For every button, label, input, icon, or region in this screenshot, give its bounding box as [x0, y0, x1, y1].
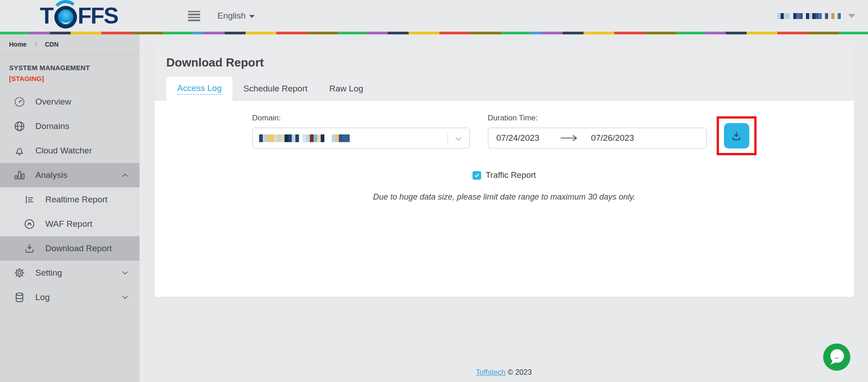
- hamburger-menu-icon[interactable]: [188, 11, 200, 21]
- toffs-logo[interactable]: T FFS: [40, 3, 118, 29]
- duration-field-group: Duration Time: 07/24/2023 07/26/2023: [488, 114, 707, 148]
- report-form: Domain: Duration Time: 07/24/2023: [154, 114, 854, 155]
- card-body: Domain: Duration Time: 07/24/2023: [154, 101, 854, 202]
- breadcrumb-cdn[interactable]: CDN: [45, 41, 58, 48]
- page-title: Download Report: [166, 56, 842, 70]
- traffic-report-row: Traffic Report: [154, 170, 854, 180]
- section-title: SYSTEM MANAGEMENT: [9, 64, 130, 72]
- sidebar: Home CDN SYSTEM MANAGEMENT [STAGING] Ove…: [0, 34, 140, 382]
- sidebar-item-download-report[interactable]: Download Report: [0, 236, 140, 261]
- select-chevron-down-icon: [453, 134, 463, 146]
- sidebar-item-cloud-watcher[interactable]: Cloud Watcher: [0, 138, 140, 163]
- tab-schedule-report[interactable]: Schedule Report: [232, 76, 318, 101]
- main-content: Download Report Access Log Schedule Repo…: [140, 34, 868, 382]
- chevron-down-icon: [121, 293, 130, 302]
- gauge-icon: [14, 96, 25, 108]
- redacted-user-email: [774, 13, 841, 19]
- arrow-right-icon: [560, 135, 578, 141]
- app-root: T FFS English Home CDN SYSTEM MANAGEMENT: [0, 0, 868, 382]
- footer-copyright: © 2023: [507, 368, 531, 376]
- download-button-area: [717, 116, 757, 155]
- tab-access-log[interactable]: Access Log: [166, 76, 232, 101]
- sidebar-item-label: WAF Report: [45, 219, 92, 229]
- sidebar-item-label: Overview: [35, 97, 71, 107]
- download-icon: [731, 130, 742, 142]
- download-icon: [24, 243, 35, 254]
- sidebar-item-analysis[interactable]: Analysis: [0, 163, 140, 187]
- gear-icon: [14, 267, 25, 279]
- footer-link-toffstech[interactable]: Toffstech: [476, 368, 506, 376]
- sidebar-item-setting[interactable]: Setting: [0, 261, 140, 285]
- date-to: 07/26/2023: [591, 133, 634, 143]
- sidebar-item-realtime-report[interactable]: Realtime Report: [0, 187, 140, 212]
- date-range-input[interactable]: 07/24/2023 07/26/2023: [488, 128, 707, 148]
- toffs-lens-icon: [54, 6, 77, 29]
- domain-field-group: Domain:: [252, 114, 470, 148]
- sidebar-item-label: Log: [35, 292, 50, 302]
- redacted-domain-value: [259, 134, 350, 142]
- traffic-report-label[interactable]: Traffic Report: [486, 170, 536, 180]
- logo-text-right: FFS: [78, 3, 118, 29]
- bar-chart-icon: [14, 169, 25, 181]
- domain-select[interactable]: [252, 128, 470, 148]
- sidebar-item-label: Cloud Watcher: [35, 146, 92, 156]
- top-header: T FFS English: [0, 0, 868, 32]
- select-divider: [448, 132, 448, 144]
- sidebar-item-label: Analysis: [35, 170, 68, 180]
- footer: Toffstech © 2023: [140, 368, 868, 377]
- sidebar-item-label: Domains: [35, 121, 69, 131]
- sidebar-item-waf-report[interactable]: WAF Report: [0, 212, 140, 236]
- card-header: Download Report Access Log Schedule Repo…: [154, 46, 854, 101]
- flame-icon: [24, 218, 35, 230]
- database-icon: [14, 291, 25, 303]
- logo-text-left: T: [40, 3, 53, 29]
- realtime-chart-icon: [24, 194, 35, 205]
- sidebar-section-header: SYSTEM MANAGEMENT [STAGING]: [0, 55, 140, 86]
- analysis-submenu: Realtime Report WAF Report Download Repo…: [0, 187, 140, 261]
- traffic-report-checkbox[interactable]: [473, 171, 481, 180]
- tab-raw-log[interactable]: Raw Log: [318, 76, 374, 101]
- sidebar-item-log[interactable]: Log: [0, 285, 140, 310]
- breadcrumb: Home CDN: [0, 34, 140, 55]
- sidebar-item-label: Setting: [35, 268, 62, 278]
- language-label: English: [217, 11, 246, 21]
- date-range-note: Due to huge data size, please limit date…: [154, 192, 854, 202]
- breadcrumb-home[interactable]: Home: [9, 41, 27, 48]
- user-account-menu[interactable]: [774, 13, 855, 19]
- sidebar-item-domains[interactable]: Domains: [0, 114, 140, 138]
- download-report-card: Download Report Access Log Schedule Repo…: [154, 46, 854, 297]
- sidebar-item-overview[interactable]: Overview: [0, 90, 140, 114]
- chat-widget-button[interactable]: [823, 343, 851, 371]
- date-from: 07/24/2023: [497, 133, 540, 143]
- environment-badge: [STAGING]: [9, 75, 130, 82]
- download-report-button[interactable]: [724, 123, 749, 148]
- chevron-down-icon: [121, 268, 130, 277]
- tab-bar: Access Log Schedule Report Raw Log: [166, 76, 842, 101]
- domain-label: Domain:: [252, 114, 470, 123]
- check-icon: [474, 172, 480, 178]
- user-caret-down-icon: [848, 14, 855, 18]
- duration-label: Duration Time:: [488, 114, 707, 123]
- sidebar-menu: Overview Domains Cloud Watcher Analysis …: [0, 90, 140, 310]
- bell-icon: [14, 145, 25, 157]
- sidebar-item-label: Download Report: [45, 244, 112, 253]
- sidebar-item-label: Realtime Report: [45, 195, 107, 205]
- annotation-highlight-box: [717, 116, 757, 155]
- language-dropdown[interactable]: English: [217, 11, 255, 21]
- caret-down-icon: [249, 15, 255, 18]
- chevron-up-icon: [121, 171, 130, 180]
- breadcrumb-chevron-icon: [33, 42, 39, 47]
- globe-icon: [14, 120, 25, 132]
